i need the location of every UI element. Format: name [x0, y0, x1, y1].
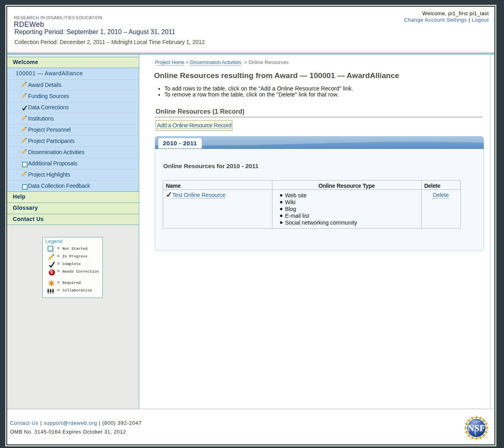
svg-text:NSF: NSF [468, 423, 485, 433]
